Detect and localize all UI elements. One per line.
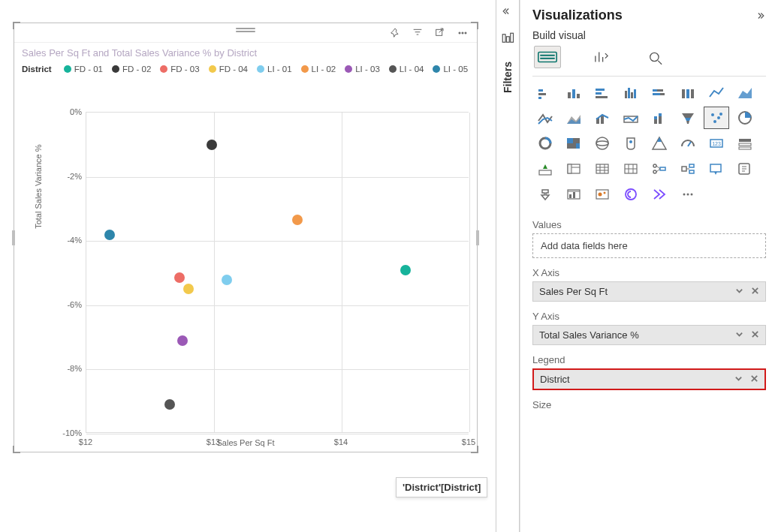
visualization-type[interactable]: [675, 183, 701, 206]
svg-point-56: [629, 140, 632, 143]
visualization-type[interactable]: [647, 132, 672, 155]
visualization-type[interactable]: 123: [704, 132, 729, 155]
resize-corner-bl[interactable]: [13, 446, 20, 453]
visualization-type[interactable]: [704, 158, 729, 180]
visualization-type[interactable]: [561, 132, 587, 155]
legend-item[interactable]: FD - 04: [209, 65, 248, 74]
visualization-type[interactable]: [732, 107, 758, 129]
visualization-type[interactable]: [618, 183, 644, 206]
resize-handle-right[interactable]: [476, 230, 479, 245]
svg-rect-25: [657, 89, 663, 92]
fields-tab[interactable]: [534, 46, 561, 68]
format-tab[interactable]: [588, 46, 615, 68]
legend-item[interactable]: LI - 01: [257, 65, 292, 74]
filters-pane-collapsed[interactable]: Filters: [496, 0, 520, 532]
resize-corner-tr[interactable]: [471, 22, 478, 29]
data-point[interactable]: [164, 399, 175, 410]
size-label: Size: [532, 399, 766, 410]
chevron-down-icon[interactable]: [735, 329, 743, 341]
visualization-type[interactable]: [561, 158, 587, 180]
svg-point-101: [683, 194, 686, 196]
data-point[interactable]: [400, 265, 411, 275]
visualization-type[interactable]: [618, 158, 644, 180]
svg-rect-29: [686, 89, 689, 98]
y-tick-label: -2%: [50, 172, 82, 181]
visualization-type[interactable]: [675, 81, 701, 104]
visualization-type[interactable]: [532, 158, 558, 180]
remove-icon[interactable]: [750, 374, 758, 385]
data-point[interactable]: [207, 140, 217, 150]
visualization-type[interactable]: [590, 81, 615, 104]
data-point[interactable]: [292, 215, 303, 225]
svg-rect-17: [596, 89, 605, 91]
legend-dot-icon: [345, 65, 352, 73]
focus-mode-icon[interactable]: [433, 26, 447, 40]
resize-handle-left[interactable]: [12, 230, 15, 245]
chevron-down-icon[interactable]: [735, 286, 743, 297]
data-point[interactable]: [183, 284, 194, 294]
y-axis-item[interactable]: Total Sales Variance %: [532, 325, 766, 345]
visualization-type[interactable]: [590, 158, 615, 180]
data-point[interactable]: [174, 272, 185, 283]
chevron-down-icon[interactable]: [734, 374, 743, 385]
visualization-type[interactable]: [647, 158, 672, 180]
visualization-type[interactable]: [732, 158, 758, 180]
visualization-type[interactable]: [675, 132, 701, 155]
data-point[interactable]: [222, 275, 232, 285]
pin-icon[interactable]: [388, 26, 402, 40]
resize-corner-br[interactable]: [471, 446, 478, 453]
visualization-type[interactable]: [647, 183, 672, 206]
more-icon[interactable]: [456, 26, 469, 40]
visualization-type[interactable]: [532, 81, 558, 104]
visualization-type[interactable]: [732, 132, 758, 155]
remove-icon[interactable]: [751, 286, 759, 297]
visualization-type[interactable]: [590, 107, 615, 129]
svg-rect-14: [568, 92, 571, 98]
visualization-type[interactable]: [732, 81, 758, 104]
data-point[interactable]: [177, 335, 188, 346]
visualization-type[interactable]: [532, 183, 558, 206]
analytics-tab[interactable]: [642, 46, 669, 68]
legend-item[interactable]: FD - 03: [160, 65, 199, 74]
legend-item[interactable]: LI - 04: [389, 65, 424, 74]
legend-label: Legend: [532, 354, 766, 365]
visualization-type[interactable]: [618, 107, 644, 129]
visualization-type[interactable]: [590, 132, 615, 155]
remove-icon[interactable]: [751, 329, 759, 341]
data-point[interactable]: [104, 230, 115, 240]
visualization-type[interactable]: [675, 107, 701, 129]
legend-item[interactable]: FD - 01: [64, 65, 103, 74]
svg-rect-24: [653, 89, 657, 92]
collapse-visualizations-icon[interactable]: [752, 9, 766, 23]
legend-item[interactable]: District: [532, 368, 766, 390]
visualization-type[interactable]: [704, 81, 729, 104]
filters-icon: [501, 32, 514, 45]
visualization-type[interactable]: [618, 81, 644, 104]
legend-item[interactable]: LI - 05: [433, 65, 468, 74]
resize-corner-tl[interactable]: [13, 22, 20, 29]
visualization-type[interactable]: [590, 183, 615, 206]
x-axis-item[interactable]: Sales Per Sq Ft: [532, 281, 766, 302]
legend-item[interactable]: LI - 02: [301, 65, 336, 74]
visualization-type[interactable]: [647, 81, 672, 104]
visualization-type[interactable]: [561, 107, 587, 129]
visualization-type[interactable]: [618, 132, 644, 155]
visualization-type[interactable]: [561, 183, 587, 206]
values-well[interactable]: Add data fields here: [532, 233, 766, 258]
filter-icon[interactable]: [411, 26, 424, 40]
legend-item-label: FD - 03: [170, 65, 199, 74]
expand-filters-icon[interactable]: [501, 5, 514, 18]
visualization-scatter[interactable]: [704, 107, 729, 129]
visual-header: [14, 23, 477, 43]
visualization-type[interactable]: [647, 107, 672, 129]
visualization-type[interactable]: [675, 158, 701, 180]
visualization-type[interactable]: [532, 132, 558, 155]
visualization-type[interactable]: [561, 81, 587, 104]
legend-item[interactable]: FD - 02: [112, 65, 151, 74]
legend-item[interactable]: LI - 03: [345, 65, 380, 74]
visual-card[interactable]: Sales Per Sq Ft and Total Sales Variance…: [14, 23, 478, 452]
svg-point-55: [596, 141, 608, 146]
svg-rect-8: [540, 55, 555, 56]
visualization-type[interactable]: [532, 107, 558, 129]
drag-grip-icon[interactable]: [236, 28, 255, 34]
